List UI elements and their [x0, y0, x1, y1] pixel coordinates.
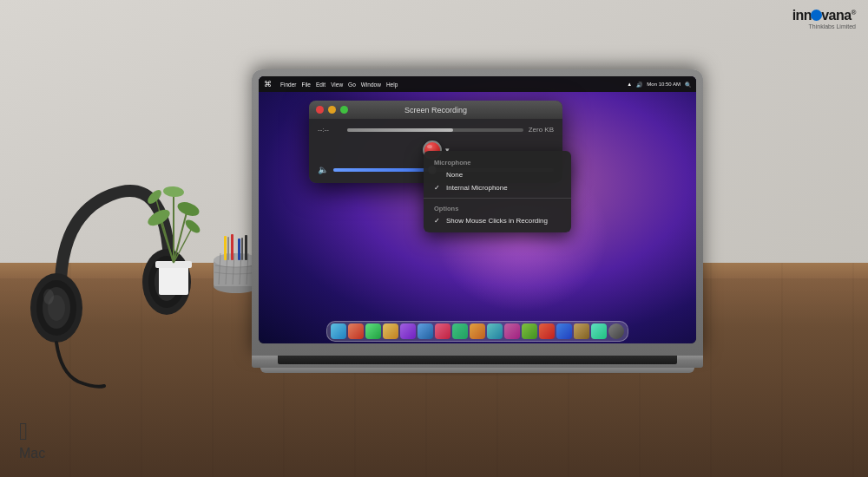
- dock-icon-numbers[interactable]: [470, 323, 485, 339]
- menubar-volume-icon: 🔊: [636, 82, 642, 88]
- volume-icon: 🔈: [318, 165, 328, 174]
- svg-point-8: [43, 289, 54, 304]
- screen-recording-window: Screen Recording --:-- Zero KB ▾: [309, 101, 562, 183]
- window-title: Screen Recording: [404, 106, 467, 114]
- svg-rect-30: [231, 234, 233, 260]
- apple-menu-icon[interactable]: ⌘: [264, 80, 272, 88]
- dock-icon-mail[interactable]: [365, 323, 381, 339]
- laptop-screen-outer: ⌘ Finder File Edit View Go Window Help ▲…: [252, 69, 703, 356]
- mac-text: Mac: [19, 446, 45, 461]
- laptop-screen-bezel: ⌘ Finder File Edit View Go Window Help ▲…: [259, 76, 696, 343]
- logo-subtitle: Thinklabs Limited: [792, 23, 856, 29]
- svg-rect-34: [241, 238, 243, 260]
- svg-line-12: [174, 212, 187, 263]
- svg-rect-32: [245, 235, 247, 260]
- menubar-items: Finder File Edit View Go Window Help: [280, 82, 398, 88]
- microphone-none-label: None: [446, 171, 463, 179]
- mac-menubar: ⌘ Finder File Edit View Go Window Help ▲…: [259, 76, 696, 92]
- svg-rect-33: [227, 237, 229, 260]
- dock-icon-calendar[interactable]: [487, 323, 503, 339]
- svg-point-19: [145, 187, 163, 206]
- dock-icon-photos[interactable]: [418, 323, 433, 339]
- logo-text: innvana®: [792, 9, 856, 23]
- dock-icon-music[interactable]: [400, 323, 416, 339]
- dock-icon-finder[interactable]: [331, 323, 346, 339]
- mac-desktop: ⌘ Finder File Edit View Go Window Help ▲…: [259, 76, 696, 343]
- dock-icon-app3[interactable]: [539, 323, 555, 339]
- dock-icon-safari[interactable]: [348, 323, 364, 339]
- laptop-bottom: [260, 368, 694, 373]
- options-section-label: Options: [424, 202, 571, 214]
- menubar-search-icon[interactable]: 🔍: [685, 82, 691, 88]
- logo-inn: inn: [792, 8, 812, 23]
- menubar-help[interactable]: Help: [386, 82, 398, 88]
- microphone-none-option[interactable]: None: [424, 168, 571, 181]
- menubar-right: ▲ 🔊 Mon 10:50 AM 🔍: [627, 82, 691, 88]
- dock-icon-trash[interactable]: [591, 323, 607, 339]
- svg-line-15: [174, 230, 191, 263]
- svg-point-18: [163, 186, 185, 198]
- time-display: --:--: [318, 126, 342, 134]
- dock-icon-launchpad[interactable]: [608, 323, 624, 339]
- dock-icon-notes[interactable]: [383, 323, 398, 339]
- brand-logo: innvana® Thinklabs Limited: [792, 9, 856, 29]
- microphone-internal-option[interactable]: ✓ Internal Microphone: [424, 181, 571, 194]
- menubar-file[interactable]: File: [301, 82, 310, 88]
- progress-row: --:-- Zero KB: [318, 126, 554, 134]
- progress-fill: [347, 128, 453, 132]
- mac-label:  Mac: [19, 420, 45, 461]
- dropdown-divider: [424, 198, 571, 199]
- dock-icon-quicktime[interactable]: [435, 323, 450, 339]
- dock-icon-app4[interactable]: [556, 323, 572, 339]
- menubar-time: Mon 10:50 AM: [647, 82, 681, 87]
- window-titlebar: Screen Recording: [309, 101, 562, 119]
- laptop-keyboard: [278, 356, 677, 364]
- dock-icon-app2[interactable]: [522, 323, 537, 339]
- microphone-internal-label: Internal Microphone: [446, 184, 508, 192]
- laptop: ⌘ Finder File Edit View Go Window Help ▲…: [252, 69, 703, 373]
- show-mouse-checkmark: ✓: [434, 217, 441, 225]
- microphone-section-label: Microphone: [424, 156, 571, 168]
- plant-decoration: [143, 178, 204, 299]
- volume-fill: [333, 168, 432, 172]
- dock-icon-app1[interactable]: [504, 323, 520, 339]
- menubar-edit[interactable]: Edit: [316, 82, 326, 88]
- microphone-dropdown: Microphone None ✓ Internal Microphone Op…: [424, 151, 571, 232]
- menubar-finder[interactable]: Finder: [280, 82, 296, 88]
- show-mouse-clicks-option[interactable]: ✓ Show Mouse Clicks in Recording: [424, 214, 571, 227]
- svg-line-14: [156, 199, 174, 263]
- logo-vana: vana: [821, 8, 851, 23]
- progress-track[interactable]: [347, 128, 523, 132]
- svg-rect-9: [159, 265, 188, 295]
- menubar-wifi-icon: ▲: [627, 82, 632, 87]
- show-mouse-clicks-label: Show Mouse Clicks in Recording: [446, 217, 548, 225]
- svg-point-17: [175, 199, 201, 219]
- dock-icon-app5[interactable]: [574, 323, 589, 339]
- svg-rect-31: [238, 238, 240, 260]
- dock-icon-settings[interactable]: [452, 323, 468, 339]
- laptop-base: [252, 356, 703, 368]
- window-minimize-button[interactable]: [328, 106, 336, 114]
- menubar-window[interactable]: Window: [361, 82, 381, 88]
- logo-registered: ®: [852, 9, 856, 16]
- apple-logo-icon: : [19, 420, 45, 444]
- window-maximize-button[interactable]: [340, 106, 348, 114]
- internal-mic-checkmark: ✓: [434, 184, 441, 192]
- file-size-display: Zero KB: [529, 126, 554, 134]
- window-close-button[interactable]: [316, 106, 324, 114]
- svg-rect-29: [224, 236, 227, 260]
- menubar-go[interactable]: Go: [348, 82, 356, 88]
- svg-point-20: [183, 218, 202, 236]
- mac-dock: [326, 321, 628, 342]
- menubar-view[interactable]: View: [331, 82, 343, 88]
